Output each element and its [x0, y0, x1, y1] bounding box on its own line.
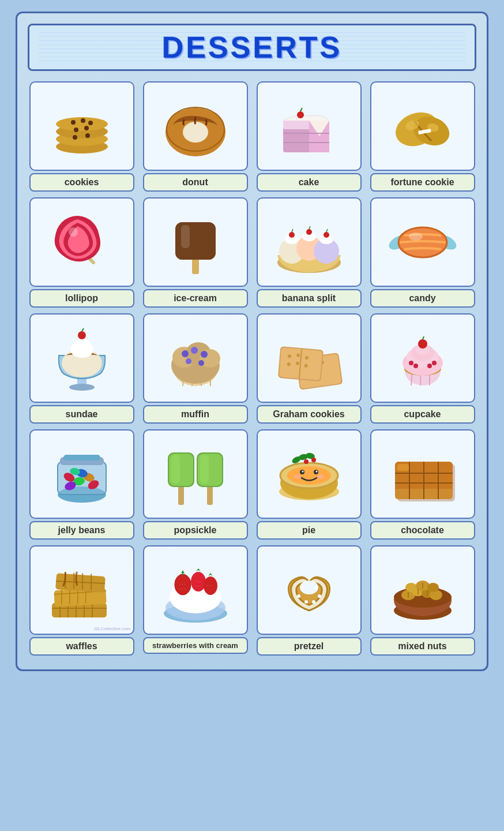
label-cookies: cookies — [29, 173, 134, 192]
svg-point-43 — [324, 232, 329, 238]
svg-point-130 — [294, 474, 301, 479]
img-box-mixed-nuts — [370, 545, 475, 635]
item-jelly-beans: jelly beans — [28, 429, 136, 540]
svg-point-10 — [85, 133, 90, 138]
fortune-cookie-svg — [382, 92, 463, 161]
label-pretzel: pretzel — [257, 637, 362, 656]
label-popsickle: popsickle — [143, 521, 248, 540]
img-box-donut — [143, 81, 248, 171]
item-ice-cream: ice-cream — [141, 197, 249, 308]
label-ice-cream: ice-cream — [143, 289, 248, 308]
svg-line-46 — [326, 229, 328, 232]
svg-point-185 — [300, 586, 304, 589]
item-pie: pie — [255, 429, 363, 540]
img-box-pie — [257, 429, 362, 519]
svg-line-96 — [423, 336, 424, 339]
desserts-grid: cookies donut — [28, 81, 476, 656]
img-box-ice-cream — [143, 197, 248, 287]
svg-point-7 — [74, 128, 78, 132]
pie-svg — [269, 440, 349, 509]
cookies-svg — [42, 92, 122, 161]
img-box-waffles: iSLCollective.com — [29, 545, 134, 635]
main-card: DESSERTS — [16, 12, 488, 671]
label-muffin: muffin — [143, 405, 248, 424]
svg-point-20 — [297, 111, 304, 118]
svg-point-131 — [317, 474, 324, 479]
svg-point-99 — [413, 364, 418, 368]
sundae-svg — [42, 324, 122, 393]
svg-point-182 — [304, 600, 308, 604]
item-donut: donut — [141, 81, 249, 192]
svg-line-21 — [300, 108, 302, 111]
candy-svg — [382, 208, 463, 277]
svg-point-9 — [73, 135, 77, 140]
label-sundae: sundae — [29, 405, 134, 424]
banana-split-svg — [269, 208, 349, 277]
muffin-svg — [155, 324, 236, 393]
label-candy: candy — [370, 289, 475, 308]
img-box-cake — [257, 81, 362, 171]
item-popsickle: popsickle — [141, 429, 249, 540]
svg-text:· · ·: · · · — [195, 579, 201, 583]
item-chocolate: chocolate — [368, 429, 476, 540]
img-box-chocolate — [370, 429, 475, 519]
svg-point-136 — [311, 458, 316, 462]
item-banana-split: banana split — [255, 197, 363, 308]
svg-point-193 — [405, 583, 417, 592]
svg-point-184 — [318, 594, 321, 598]
item-cookies: cookies — [28, 81, 136, 192]
svg-rect-33 — [181, 225, 190, 248]
item-candy: candy — [368, 197, 476, 308]
svg-point-5 — [81, 118, 85, 123]
pretzel-svg — [269, 556, 349, 625]
svg-point-95 — [418, 339, 427, 349]
lollipop-svg — [42, 208, 122, 277]
img-box-lollipop — [29, 197, 134, 287]
img-box-strawberries: · · · · · · · · · · · · · · · — [143, 545, 248, 635]
chocolate-svg — [382, 440, 463, 509]
item-cupcake: cupcake — [368, 313, 476, 424]
img-box-cupcake — [370, 313, 475, 403]
svg-point-100 — [427, 364, 432, 368]
img-box-muffin — [143, 313, 248, 403]
img-box-popsickle — [143, 429, 248, 519]
img-box-fortune-cookie — [370, 81, 475, 171]
label-pie: pie — [257, 521, 362, 540]
svg-point-183 — [312, 600, 315, 604]
svg-point-70 — [201, 351, 208, 358]
label-cupcake: cupcake — [370, 405, 475, 424]
img-box-graham-cookies — [257, 313, 362, 403]
svg-point-12 — [183, 122, 208, 143]
svg-rect-145 — [397, 464, 409, 471]
item-pretzel: pretzel — [255, 545, 363, 656]
item-strawberries-with-cream: · · · · · · · · · · · · · · · strawberri… — [141, 545, 249, 656]
cupcake-svg — [382, 324, 463, 393]
svg-rect-116 — [171, 455, 180, 484]
item-cake: cake — [255, 81, 363, 192]
img-box-banana-split — [257, 197, 362, 287]
ice-cream-svg — [155, 208, 236, 277]
img-box-candy — [370, 197, 475, 287]
svg-point-41 — [289, 232, 295, 238]
svg-text:·  ·  ·: · · · — [179, 586, 186, 592]
watermark-waffles: iSLCollective.com — [94, 626, 131, 631]
svg-point-181 — [297, 594, 300, 598]
label-fortune-cookie: fortune cookie — [370, 173, 475, 192]
title-box: DESSERTS — [28, 24, 476, 71]
svg-line-45 — [309, 226, 310, 229]
svg-point-135 — [304, 459, 309, 464]
svg-point-51 — [409, 233, 423, 241]
strawberries-svg: · · · · · · · · · · · · · · · — [155, 556, 236, 625]
label-strawberries-with-cream: strawberries with cream — [143, 637, 248, 654]
img-box-jelly-beans — [29, 429, 134, 519]
svg-rect-105 — [63, 455, 100, 461]
svg-point-195 — [427, 583, 439, 592]
label-donut: donut — [143, 173, 248, 192]
svg-point-6 — [88, 121, 93, 125]
label-waffles: waffles — [29, 637, 134, 656]
item-graham-cookies: Graham cookies — [255, 313, 363, 424]
img-box-pretzel — [257, 545, 362, 635]
mixed-nuts-svg — [382, 556, 463, 625]
svg-point-124 — [287, 466, 331, 485]
svg-point-72 — [198, 360, 204, 366]
